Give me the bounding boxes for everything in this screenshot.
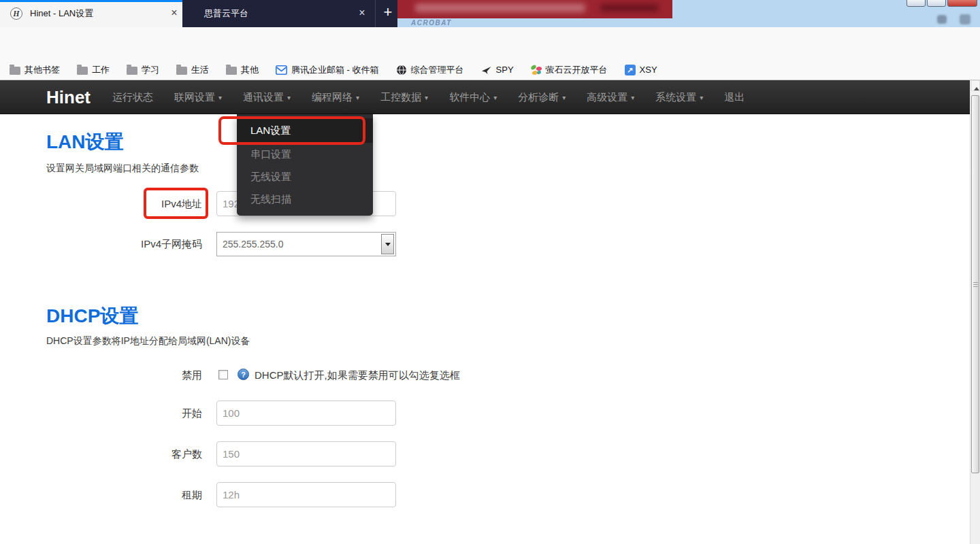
nav-item-advanced[interactable]: 高级设置▾ xyxy=(587,91,634,104)
hinet-favicon-icon: H xyxy=(10,7,22,20)
help-icon: ? xyxy=(238,369,249,380)
dropdown-item-wifi-scan[interactable]: 无线扫描 xyxy=(237,188,373,210)
blurred-toolbar-icon xyxy=(937,15,947,24)
form-row-disable: 禁用 ? DHCP默认打开,如果需要禁用可以勾选复选框 xyxy=(0,369,436,381)
maximize-button[interactable] xyxy=(927,0,946,7)
folder-icon xyxy=(10,67,20,75)
form-row-clients: 客户数 xyxy=(0,441,436,466)
blurred-title-text xyxy=(415,3,585,12)
mask-label: IPv4子网掩码 xyxy=(0,232,202,256)
nav-item-logout[interactable]: 退出 xyxy=(724,91,745,104)
annotation-box-lan-menu xyxy=(218,116,365,145)
select-dropdown-arrow-icon[interactable] xyxy=(381,234,394,254)
scrollbar-thumb[interactable] xyxy=(971,95,979,473)
site-nav-list: 运行状态 联网设置▾ 通讯设置▾ 编程网络▾ 工控数据▾ 软件中心▾ 分析诊断▾… xyxy=(112,80,745,114)
chevron-down-icon: ▾ xyxy=(425,94,428,101)
bookmark-folder[interactable]: 学习 xyxy=(127,64,159,76)
bookmark-platform[interactable]: 综合管理平台 xyxy=(396,64,464,76)
site-navbar: Hinet 运行状态 联网设置▾ 通讯设置▾ 编程网络▾ 工控数据▾ 软件中心▾… xyxy=(0,80,970,114)
subnet-mask-value: 255.255.255.0 xyxy=(223,233,284,256)
brand-logo[interactable]: Hinet xyxy=(46,80,91,114)
screen: ACROBAT 思普云平台 × + H Hinet - LAN设置 × xyxy=(0,0,980,544)
new-tab-button[interactable]: + xyxy=(378,0,397,27)
nav-item-prog-network[interactable]: 编程网络▾ xyxy=(312,91,359,104)
tab-close-icon[interactable]: × xyxy=(354,0,370,27)
bookmark-spy[interactable]: SPY xyxy=(481,65,514,75)
globe-icon xyxy=(396,65,407,75)
nav-item-industrial-data[interactable]: 工控数据▾ xyxy=(380,91,428,104)
nav-item-system[interactable]: 系统设置▾ xyxy=(655,91,703,104)
background-window: ACROBAT xyxy=(396,0,980,27)
dropdown-item-wireless[interactable]: 无线设置 xyxy=(237,165,373,188)
chevron-down-icon: ▾ xyxy=(562,94,566,101)
dropdown-item-serial[interactable]: 串口设置 xyxy=(237,143,373,165)
form-row-lease: 租期 xyxy=(0,482,436,507)
tab-sipuyun[interactable]: 思普云平台 × xyxy=(182,0,376,27)
folder-icon xyxy=(176,67,187,75)
blurred-title-text xyxy=(600,4,659,12)
chevron-down-icon: ▾ xyxy=(356,94,359,101)
chevron-down-icon: ▾ xyxy=(218,94,222,101)
nav-item-status[interactable]: 运行状态 xyxy=(112,91,153,104)
form-row-mask: IPv4子网掩码 255.255.255.0 xyxy=(0,232,436,256)
bookmark-mail[interactable]: 腾讯企业邮箱 - 收件箱 xyxy=(276,64,379,76)
minimize-button[interactable] xyxy=(906,0,926,7)
tab-title: Hinet - LAN设置 xyxy=(30,0,93,27)
close-window-button[interactable] xyxy=(947,0,977,7)
disable-label: 禁用 xyxy=(0,369,202,381)
dhcp-section-subtitle: DHCP设置参数将IP地址分配给局域网(LAN)设备 xyxy=(46,335,250,347)
folder-icon xyxy=(127,67,137,75)
xsy-icon: ↗ xyxy=(625,65,636,75)
dhcp-start-input[interactable] xyxy=(216,401,396,426)
browser-toolbar: 192.168.9.99/cgi-bin/luci/;stok=027414 •… xyxy=(0,27,980,60)
lan-section-subtitle: 设置网关局域网端口相关的通信参数 xyxy=(46,163,199,175)
window-controls xyxy=(906,0,977,7)
page-content: LAN设置 设置网关局域网端口相关的通信参数 IPv4地址 IPv4子网掩码 2… xyxy=(0,114,970,544)
disable-hint-text: DHCP默认打开,如果需要禁用可以勾选复选框 xyxy=(255,369,460,381)
chevron-down-icon: ▾ xyxy=(631,94,634,101)
scrollbar-grip xyxy=(973,282,978,288)
start-label: 开始 xyxy=(0,401,202,426)
dhcp-clients-input[interactable] xyxy=(216,441,396,466)
folder-icon xyxy=(77,67,88,75)
nav-item-comm[interactable]: 通讯设置▾ xyxy=(243,91,291,104)
bookmark-ezviz[interactable]: 萤石云开放平台 xyxy=(531,64,608,76)
bookmark-folder[interactable]: 其他 xyxy=(226,64,259,76)
bookmark-folder[interactable]: 其他书签 xyxy=(10,64,60,76)
bookmark-folder[interactable]: 生活 xyxy=(176,64,209,76)
ezviz-icon xyxy=(531,65,542,75)
chevron-down-icon: ▾ xyxy=(493,94,497,101)
blurred-toolbar-icon xyxy=(960,14,970,24)
nav-item-diagnosis[interactable]: 分析诊断▾ xyxy=(518,91,566,104)
clients-label: 客户数 xyxy=(0,441,202,466)
nav-item-wan[interactable]: 联网设置▾ xyxy=(174,91,222,104)
form-row-start: 开始 xyxy=(0,401,436,426)
chevron-down-icon: ▾ xyxy=(287,94,291,101)
lan-section-title: LAN设置 xyxy=(46,129,124,155)
tab-hinet-active[interactable]: H Hinet - LAN设置 × xyxy=(0,0,182,27)
annotation-box-ipv4-label xyxy=(144,188,208,219)
tab-title: 思普云平台 xyxy=(204,0,248,27)
mail-icon xyxy=(276,65,287,75)
scrollbar[interactable] xyxy=(970,80,980,544)
folder-icon xyxy=(226,67,237,75)
chevron-down-icon: ▾ xyxy=(700,94,703,101)
bookmarks-bar: 其他书签 工作 学习 生活 其他 腾讯企业邮箱 - 收件箱 综合管理平台 SPY… xyxy=(0,60,980,80)
disable-dhcp-checkbox[interactable] xyxy=(218,370,228,379)
dhcp-section-title: DHCP设置 xyxy=(46,303,138,329)
plane-icon xyxy=(481,65,492,75)
dhcp-lease-input[interactable] xyxy=(216,482,396,507)
tab-close-icon[interactable]: × xyxy=(166,0,182,27)
nav-item-software[interactable]: 软件中心▾ xyxy=(449,91,497,104)
acrobat-label: ACROBAT xyxy=(411,19,452,27)
subnet-mask-select[interactable]: 255.255.255.0 xyxy=(216,232,396,256)
bookmark-xsy[interactable]: ↗ XSY xyxy=(625,65,657,75)
lease-label: 租期 xyxy=(0,482,202,507)
scrollbar-up-arrow-icon[interactable] xyxy=(971,80,980,91)
bookmark-folder[interactable]: 工作 xyxy=(77,64,110,76)
